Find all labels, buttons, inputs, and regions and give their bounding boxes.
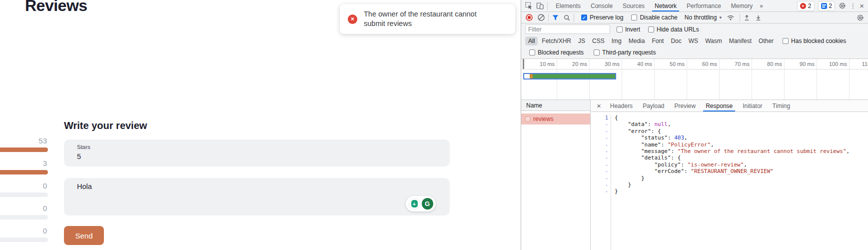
chip-js[interactable]: JS xyxy=(575,36,588,46)
chip-other[interactable]: Other xyxy=(756,36,777,46)
unchecked-checkbox-icon[interactable] xyxy=(648,26,654,32)
details-tab-headers[interactable]: Headers xyxy=(605,100,638,112)
preserve-log-toggle[interactable]: ✓ Preserve log xyxy=(581,14,623,21)
rating-bar xyxy=(0,148,48,152)
throttling-dropdown[interactable]: No throttling ▾ xyxy=(685,14,722,21)
unchecked-checkbox-icon[interactable] xyxy=(594,50,600,56)
timeline-overview[interactable]: 10 ms20 ms30 ms40 ms50 ms60 ms70 ms80 ms… xyxy=(521,59,868,100)
chip-img[interactable]: Img xyxy=(609,36,625,46)
blocked-requests-toggle[interactable]: Blocked requests xyxy=(529,49,584,56)
json-token: "is-owner-review" xyxy=(688,162,744,168)
rating-row: 53 xyxy=(0,137,48,160)
json-token: "data" xyxy=(615,121,648,128)
tab-performance[interactable]: Performance xyxy=(682,0,726,12)
rating-row: 0 xyxy=(0,182,48,204)
chip-font[interactable]: Font xyxy=(649,36,667,46)
json-token: "status" xyxy=(615,134,668,141)
details-tab-initiator[interactable]: Initiator xyxy=(738,100,767,112)
tab-network[interactable]: Network xyxy=(650,0,682,12)
unchecked-checkbox-icon[interactable] xyxy=(617,26,623,32)
request-overview-bar[interactable] xyxy=(523,73,616,80)
tab-console[interactable]: Console xyxy=(586,0,618,12)
unchecked-checkbox-icon[interactable] xyxy=(529,50,535,56)
errors-badge[interactable]: × 2 xyxy=(797,1,815,11)
json-token: "error" xyxy=(615,128,651,134)
request-filter-row: Blocked requests Third-party requests xyxy=(521,46,868,59)
more-tabs-chevron[interactable]: » xyxy=(760,2,763,10)
chip-manifest[interactable]: Manifest xyxy=(726,36,755,46)
response-viewer[interactable]: 1----------- { "data": null, "error": { … xyxy=(591,112,868,250)
tab-elements[interactable]: Elements xyxy=(551,0,586,12)
code-line: "errCode": "RESTAURANT_OWNER_REVIEW" xyxy=(615,168,850,174)
issues-badge[interactable]: 2 xyxy=(818,1,836,11)
json-token: : { xyxy=(671,154,681,161)
code-line: "details": { xyxy=(615,154,850,161)
device-toolbar-icon[interactable] xyxy=(536,2,544,10)
import-har-icon[interactable] xyxy=(743,14,751,22)
error-circle-icon: × xyxy=(348,14,357,24)
network-settings-gear-icon[interactable] xyxy=(857,14,864,22)
settings-gear-icon[interactable] xyxy=(839,2,846,10)
chip-wasm[interactable]: Wasm xyxy=(702,36,725,46)
fold-marker: - xyxy=(591,121,608,128)
gridline xyxy=(654,59,655,100)
rating-bar xyxy=(0,238,48,242)
checked-checkbox-icon[interactable]: ✓ xyxy=(581,14,587,20)
gridline xyxy=(687,59,687,100)
has-blocked-cookies-toggle[interactable]: Has blocked cookies xyxy=(783,38,846,44)
send-button[interactable]: Send xyxy=(64,226,104,245)
chip-css[interactable]: CSS xyxy=(589,36,608,46)
filter-input[interactable] xyxy=(525,24,610,34)
toast-message: The owner of the restaurant cannot submi… xyxy=(364,10,500,28)
request-row[interactable]: reviews xyxy=(521,114,590,124)
third-party-requests-toggle[interactable]: Third-party requests xyxy=(594,49,656,56)
chip-media[interactable]: Media xyxy=(626,36,648,46)
invert-toggle[interactable]: Invert xyxy=(617,26,640,33)
details-close-icon[interactable]: × xyxy=(597,102,601,110)
review-textarea[interactable]: Hola + G xyxy=(64,178,450,216)
inspect-icon[interactable] xyxy=(525,2,533,10)
network-conditions-icon[interactable] xyxy=(727,14,735,22)
timeline-tick-label: 60 ms xyxy=(689,61,717,67)
timeline-tick-label: 90 ms xyxy=(787,61,815,67)
rating-count: 53 xyxy=(0,137,48,144)
unchecked-checkbox-icon[interactable] xyxy=(631,14,637,20)
details-tab-payload[interactable]: Payload xyxy=(638,100,669,112)
search-icon[interactable] xyxy=(563,14,571,22)
unchecked-checkbox-icon[interactable] xyxy=(783,38,789,44)
details-tab-response[interactable]: Response xyxy=(701,100,738,112)
error-badge-icon: × xyxy=(800,3,806,9)
hide-data-urls-toggle[interactable]: Hide data URLs xyxy=(648,26,699,33)
gridline xyxy=(719,59,720,100)
grammarly-g-icon[interactable]: G xyxy=(422,198,433,210)
error-toast: × The owner of the restaurant cannot sub… xyxy=(340,4,515,34)
clear-icon[interactable] xyxy=(537,14,545,22)
gridline xyxy=(784,59,785,100)
devtools-close-icon[interactable]: × xyxy=(860,2,864,10)
resource-chip-row: AllFetch/XHRJSCSSImgMediaFontDocWSWasmMa… xyxy=(521,35,868,46)
timeline-tick-label: 10 ms xyxy=(527,61,555,67)
details-tab-preview[interactable]: Preview xyxy=(670,100,701,112)
details-tab-timing[interactable]: Timing xyxy=(768,100,796,112)
grammarly-suggestion-icon[interactable]: + xyxy=(409,198,420,210)
chip-fetch-xhr[interactable]: Fetch/XHR xyxy=(539,36,574,46)
invert-label: Invert xyxy=(625,26,640,33)
filter-funnel-icon[interactable] xyxy=(552,14,559,22)
chip-ws[interactable]: WS xyxy=(686,36,701,46)
name-column-header[interactable]: Name xyxy=(521,100,590,111)
kebab-menu-icon[interactable]: ⋮ xyxy=(850,2,856,10)
json-token: : xyxy=(671,148,678,154)
timeline-tick-label: 80 ms xyxy=(754,61,782,67)
disable-cache-toggle[interactable]: Disable cache xyxy=(631,14,677,21)
request-rows: reviews xyxy=(521,111,590,124)
tab-sources[interactable]: Sources xyxy=(618,0,650,12)
timeline-tick-label: 70 ms xyxy=(722,61,750,67)
stars-field[interactable]: Stars 5 xyxy=(64,140,450,166)
tab-memory[interactable]: Memory xyxy=(726,0,758,12)
export-har-icon[interactable] xyxy=(755,14,762,22)
record-icon[interactable] xyxy=(525,14,533,22)
json-token: 403 xyxy=(674,134,684,141)
chip-doc[interactable]: Doc xyxy=(668,36,684,46)
grammarly-widget[interactable]: + G xyxy=(406,196,436,212)
chip-all[interactable]: All xyxy=(525,36,538,46)
